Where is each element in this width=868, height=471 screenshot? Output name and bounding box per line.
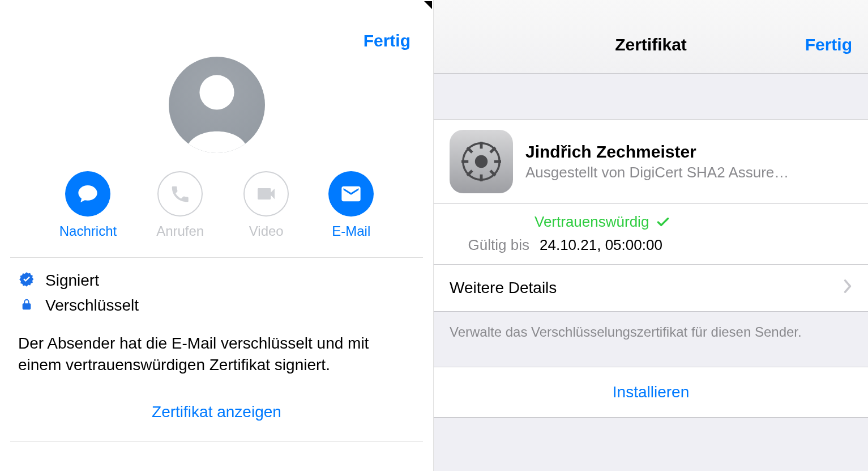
avatar (169, 57, 265, 153)
message-action[interactable]: Nachricht (59, 171, 117, 239)
video-label: Video (243, 223, 289, 239)
svg-point-2 (475, 155, 488, 168)
gear-icon (450, 130, 513, 193)
show-certificate-button[interactable]: Zertifikat anzeigen (0, 403, 433, 421)
install-button[interactable]: Installieren (434, 367, 868, 418)
contact-panel: Fertig Nachricht Anrufen Video (0, 0, 434, 471)
svg-line-8 (490, 171, 495, 176)
divider (10, 442, 423, 442)
video-action: Video (243, 171, 289, 239)
checkmark-icon (656, 215, 670, 230)
phone-icon (157, 171, 203, 217)
page-title: Zertifikat (615, 35, 687, 54)
message-icon (65, 171, 110, 217)
more-details-label: Weitere Details (450, 279, 557, 297)
email-label: E-Mail (328, 223, 374, 239)
install-label: Installieren (613, 383, 689, 401)
footer-note: Verwalte das Verschlüsselungszertifikat … (434, 312, 868, 367)
verified-badge-icon (18, 271, 35, 290)
call-label: Anrufen (156, 223, 204, 239)
video-icon (243, 171, 289, 217)
mail-icon (328, 171, 374, 217)
message-label: Nachricht (59, 223, 117, 239)
certificate-name: Jindřich Zechmeister (525, 142, 852, 162)
svg-line-9 (467, 171, 472, 176)
signed-label: Signiert (45, 271, 99, 290)
trusted-label: Vertrauenswürdig (535, 213, 649, 231)
certificate-header-cell: Jindřich Zechmeister Ausgestellt von Dig… (434, 119, 868, 204)
svg-line-7 (467, 147, 472, 152)
call-action: Anrufen (156, 171, 204, 239)
done-button[interactable]: Fertig (364, 31, 411, 50)
corner-artifact (424, 1, 432, 9)
svg-line-10 (490, 147, 495, 152)
status-block: Signiert Verschlüsselt (0, 258, 433, 315)
more-details-row[interactable]: Weitere Details (434, 265, 868, 312)
valid-until-key: Gültig bis (464, 236, 529, 254)
chevron-right-icon (843, 278, 852, 298)
svg-point-0 (199, 75, 234, 109)
navbar: Zertifikat Fertig (434, 0, 868, 74)
status-description: Der Absender hat die E-Mail verschlüssel… (0, 321, 433, 376)
encrypted-label: Verschlüsselt (45, 296, 139, 315)
certificate-status-cell: Vertrauenswürdig Gültig bis 24.10.21, 05… (434, 204, 868, 265)
valid-until-value: 24.10.21, 05:00:00 (540, 236, 662, 254)
person-icon (169, 57, 265, 153)
done-button[interactable]: Fertig (805, 35, 852, 54)
action-row: Nachricht Anrufen Video E-Mail (0, 171, 433, 239)
spacer (434, 74, 868, 119)
encrypted-row: Verschlüsselt (18, 296, 415, 315)
certificate-panel: Zertifikat Fertig Jindřich Zechmeiste (434, 0, 868, 471)
signed-row: Signiert (18, 271, 415, 290)
email-action[interactable]: E-Mail (328, 171, 374, 239)
certificate-issuer: Ausgestellt von DigiCert SHA2 Assure… (525, 164, 852, 181)
lock-icon (18, 297, 35, 314)
